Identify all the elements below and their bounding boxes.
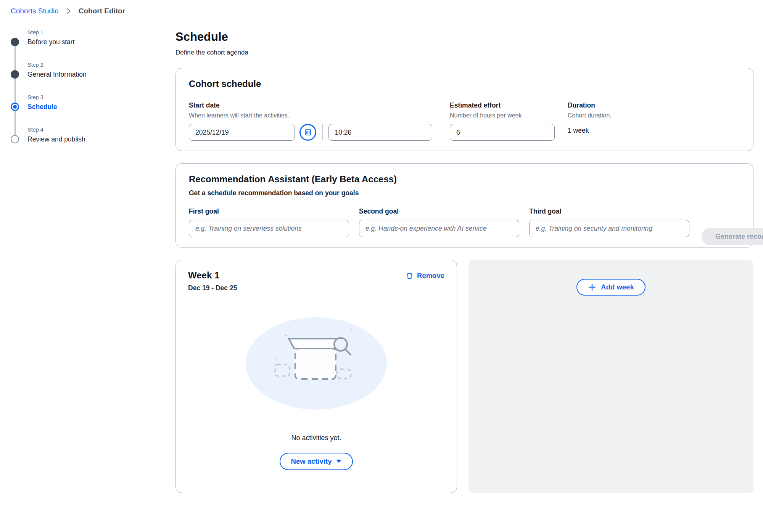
step-title: Schedule bbox=[27, 103, 133, 111]
third-goal-input[interactable] bbox=[529, 220, 689, 237]
page-title: Schedule bbox=[175, 30, 753, 44]
start-date-help: When learners will start the activities. bbox=[189, 112, 450, 119]
duration-help: Cohort duration. bbox=[568, 112, 612, 119]
step-completed-icon bbox=[11, 38, 19, 46]
step-title: General Information bbox=[27, 70, 133, 79]
generate-recommendation-button[interactable]: Generate recommendation bbox=[702, 228, 763, 245]
cohort-schedule-title: Cohort schedule bbox=[189, 78, 740, 90]
stepper-step-general-information[interactable]: Step 2 General Information bbox=[11, 61, 133, 79]
step-title: Before you start bbox=[27, 38, 133, 47]
start-date-field-group: Start date When learners will start the … bbox=[189, 101, 450, 141]
step-completed-icon bbox=[11, 70, 19, 79]
stepper-step-schedule[interactable]: Step 3 Schedule bbox=[11, 94, 133, 111]
caret-down-icon bbox=[336, 460, 341, 463]
step-label: Step 3 bbox=[27, 94, 133, 101]
empty-activities-text: No activities yet. bbox=[188, 434, 444, 442]
first-goal-label: First goal bbox=[189, 207, 349, 215]
step-label: Step 1 bbox=[27, 29, 133, 36]
week-title: Week 1 bbox=[188, 270, 237, 281]
estimated-effort-help: Number of hours per week bbox=[450, 112, 568, 119]
plus-icon bbox=[588, 283, 596, 291]
second-goal-input[interactable] bbox=[359, 220, 519, 237]
week-date-range: Dec 19 - Dec 25 bbox=[188, 284, 237, 292]
breadcrumb-link-cohorts-studio[interactable]: Cohorts Studio bbox=[11, 5, 59, 17]
page-subtitle: Define the cohort agenda bbox=[175, 49, 753, 56]
first-goal-input[interactable] bbox=[189, 220, 349, 237]
add-week-panel: Add week bbox=[468, 260, 753, 493]
start-date-label: Start date bbox=[189, 101, 450, 109]
estimated-effort-input[interactable] bbox=[450, 124, 555, 141]
recommendation-subtitle: Get a schedule recommendation based on y… bbox=[189, 189, 740, 197]
empty-activities-illustration bbox=[245, 317, 387, 410]
wizard-stepper: Step 1 Before you start Step 2 General I… bbox=[11, 29, 133, 159]
breadcrumb: Cohorts Studio Cohort Editor bbox=[11, 5, 125, 17]
third-goal-label: Third goal bbox=[529, 207, 689, 215]
step-label: Step 2 bbox=[27, 61, 133, 68]
first-goal-field-group: First goal bbox=[189, 207, 349, 237]
field-divider bbox=[322, 124, 323, 140]
estimated-effort-label: Estimated effort bbox=[450, 101, 568, 109]
step-title: Review and publish bbox=[27, 135, 133, 144]
start-time-input[interactable] bbox=[328, 124, 432, 141]
duration-label: Duration bbox=[568, 101, 612, 109]
duration-value: 1 week bbox=[568, 127, 612, 135]
cohort-schedule-card: Cohort schedule Start date When learners… bbox=[175, 68, 753, 151]
start-date-input[interactable] bbox=[189, 124, 295, 141]
main-content: Schedule Define the cohort agenda Cohort… bbox=[175, 30, 753, 493]
breadcrumb-current: Cohort Editor bbox=[79, 5, 125, 17]
week-1-card: Week 1 Dec 19 - Dec 25 Remove bbox=[175, 260, 457, 493]
stepper-step-before-you-start[interactable]: Step 1 Before you start bbox=[11, 29, 133, 47]
second-goal-label: Second goal bbox=[359, 207, 519, 215]
duration-field-group: Duration Cohort duration. 1 week bbox=[568, 101, 612, 141]
stepper-step-review-and-publish[interactable]: Step 4 Review and publish bbox=[11, 126, 133, 144]
weeks-section: Week 1 Dec 19 - Dec 25 Remove bbox=[175, 260, 753, 493]
chevron-right-icon bbox=[65, 7, 72, 15]
trash-icon bbox=[406, 272, 414, 280]
estimated-effort-field-group: Estimated effort Number of hours per wee… bbox=[450, 101, 568, 141]
new-activity-button[interactable]: New activity bbox=[280, 453, 353, 470]
step-active-icon bbox=[11, 103, 19, 111]
remove-week-label: Remove bbox=[417, 272, 444, 280]
second-goal-field-group: Second goal bbox=[359, 207, 519, 237]
calendar-icon bbox=[304, 128, 312, 137]
third-goal-field-group: Third goal bbox=[529, 207, 689, 237]
step-upcoming-icon bbox=[11, 135, 19, 143]
add-week-button[interactable]: Add week bbox=[576, 279, 645, 296]
add-week-label: Add week bbox=[601, 283, 634, 291]
new-activity-label: New activity bbox=[291, 457, 332, 466]
recommendation-title: Recommendation Assistant (Early Beta Acc… bbox=[189, 174, 740, 185]
step-label: Step 4 bbox=[27, 126, 133, 133]
recommendation-assistant-card: Recommendation Assistant (Early Beta Acc… bbox=[175, 163, 753, 248]
date-picker-button[interactable] bbox=[299, 124, 316, 141]
remove-week-button[interactable]: Remove bbox=[406, 272, 444, 280]
